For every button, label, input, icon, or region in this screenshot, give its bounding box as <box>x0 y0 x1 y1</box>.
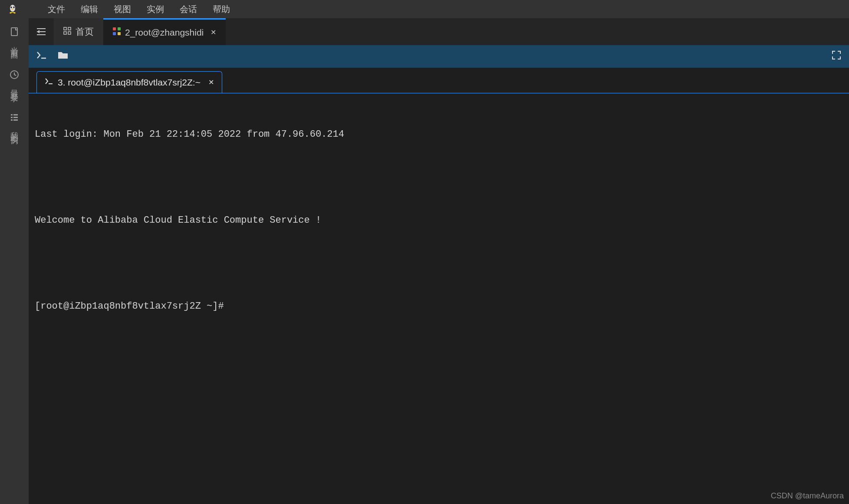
svg-rect-9 <box>13 117 18 118</box>
tab-row: 首页 2_root@zhangshidi ✕ <box>29 18 849 45</box>
tab-session[interactable]: 2_root@zhangshidi ✕ <box>103 18 226 45</box>
menubar: 文件 编辑 视图 实例 会话 帮助 <box>0 0 849 18</box>
svg-rect-4 <box>11 28 17 36</box>
sidebar-item-my-instances[interactable]: 我的实例 <box>9 113 20 132</box>
terminal-prompt: [root@iZbp1aq8nbf8vtlax7srj2Z ~]# <box>35 299 843 313</box>
clock-icon <box>10 70 19 82</box>
fullscreen-icon[interactable] <box>832 50 841 63</box>
svg-rect-6 <box>11 114 13 115</box>
terminal-line: Last login: Mon Feb 21 22:14:05 2022 fro… <box>35 127 843 142</box>
svg-rect-15 <box>68 32 71 34</box>
sidebar-item-recent-login[interactable]: 最近登录 <box>9 70 20 90</box>
session-icon <box>113 27 121 37</box>
terminal-line <box>35 256 843 270</box>
left-sidebar: 当前页面 最近登录 我的实例 <box>0 18 29 504</box>
menu-view[interactable]: 视图 <box>112 1 133 18</box>
svg-point-3 <box>12 9 13 10</box>
tab-label: 2_root@zhangshidi <box>125 27 204 38</box>
svg-rect-13 <box>68 27 71 30</box>
sidebar-item-current-page[interactable]: 当前页面 <box>9 27 20 47</box>
collapse-panel-icon[interactable] <box>29 18 54 45</box>
toolbar <box>29 45 849 68</box>
menu-session[interactable]: 会话 <box>178 1 199 18</box>
sidebar-item-label: 最近登录 <box>9 83 20 90</box>
session-tab-label: 3. root@iZbp1aq8nbf8vtlax7srj2Z:~ <box>58 77 201 88</box>
terminal-icon <box>45 78 53 87</box>
watermark: CSDN @tameAurora <box>771 491 844 501</box>
session-tab[interactable]: 3. root@iZbp1aq8nbf8vtlax7srj2Z:~ ✕ <box>36 71 222 93</box>
main-area: 首页 2_root@zhangshidi ✕ <box>29 18 849 504</box>
terminal-icon[interactable] <box>36 51 47 62</box>
sidebar-item-label: 我的实例 <box>9 125 20 132</box>
menu-file[interactable]: 文件 <box>46 1 67 18</box>
svg-rect-10 <box>11 119 13 121</box>
list-icon <box>10 113 19 124</box>
svg-rect-11 <box>13 119 18 121</box>
menu-edit[interactable]: 编辑 <box>79 1 100 18</box>
svg-rect-8 <box>11 117 13 118</box>
folder-icon[interactable] <box>57 51 69 62</box>
app-logo-icon <box>8 4 17 14</box>
svg-rect-12 <box>64 27 66 30</box>
close-icon[interactable]: ✕ <box>211 28 216 36</box>
menu-instance[interactable]: 实例 <box>145 1 166 18</box>
menu-help[interactable]: 帮助 <box>211 1 232 18</box>
terminal-output[interactable]: Last login: Mon Feb 21 22:14:05 2022 fro… <box>29 93 849 504</box>
grid-icon <box>63 27 71 37</box>
tab-home[interactable]: 首页 <box>54 18 103 45</box>
sidebar-item-label: 当前页面 <box>9 40 20 47</box>
close-icon[interactable]: ✕ <box>208 78 214 86</box>
svg-point-1 <box>11 7 12 8</box>
session-tab-row: 3. root@iZbp1aq8nbf8vtlax7srj2Z:~ ✕ <box>29 68 849 93</box>
terminal-line: Welcome to Alibaba Cloud Elastic Compute… <box>35 213 843 227</box>
svg-rect-7 <box>13 114 18 115</box>
svg-rect-14 <box>64 32 66 34</box>
tab-label: 首页 <box>76 26 94 38</box>
page-icon <box>10 27 19 39</box>
terminal-line <box>35 170 843 184</box>
svg-point-2 <box>13 7 15 8</box>
svg-point-0 <box>10 5 15 12</box>
